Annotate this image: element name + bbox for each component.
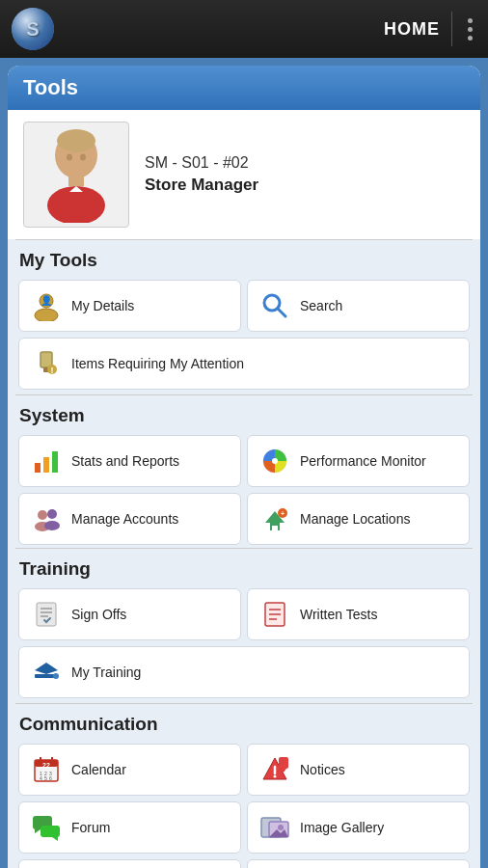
svg-point-6 (80, 154, 86, 161)
calendar-label: Calendar (71, 762, 126, 778)
my-training-button[interactable]: My Training (18, 646, 470, 698)
svg-text:6: 6 (49, 775, 52, 781)
training-header: Training (8, 549, 480, 585)
notices-label: Notices (300, 762, 345, 778)
my-training-label: My Training (71, 665, 141, 681)
app-logo[interactable]: S (12, 8, 54, 50)
training-icon (29, 655, 64, 690)
gallery-icon (258, 810, 292, 845)
svg-marker-59 (35, 829, 41, 833)
stats-reports-button[interactable]: Stats and Reports (18, 435, 241, 487)
system-grid: Stats and Reports Performance Monitor (8, 432, 480, 548)
svg-text:👤: 👤 (41, 294, 53, 307)
notices-icon (258, 752, 292, 787)
svg-text:+: + (281, 510, 285, 517)
system-header: System (8, 395, 480, 432)
signoffs-icon (29, 597, 64, 632)
my-details-label: My Details (71, 298, 134, 314)
menu-dot-3 (468, 36, 473, 41)
manage-locations-label: Manage Locations (300, 511, 410, 528)
svg-text:!: ! (51, 366, 54, 375)
performance-icon (258, 444, 292, 478)
locations-icon: + (258, 502, 292, 536)
svg-point-23 (47, 509, 57, 519)
svg-point-54 (274, 775, 277, 778)
top-divider (451, 12, 452, 46)
svg-rect-60 (41, 826, 60, 837)
notices-button[interactable]: Notices (247, 744, 470, 796)
svg-point-24 (44, 521, 60, 530)
stats-icon (29, 444, 64, 478)
svg-text:4: 4 (40, 775, 42, 781)
profile-info: SM - S01 - #02 Store Manager (145, 154, 258, 195)
search-label: Search (300, 298, 342, 314)
links-button[interactable]: Links (247, 859, 470, 868)
image-gallery-button[interactable]: Image Gallery (247, 801, 470, 854)
svg-rect-27 (272, 526, 278, 530)
menu-dot-2 (468, 27, 473, 32)
svg-rect-18 (52, 451, 58, 473)
svg-text:5: 5 (44, 775, 47, 781)
main-content: Tools SM - S01 - #02 Stor (8, 66, 480, 868)
items-attention-button[interactable]: ! Items Requiring My Attention (18, 338, 470, 390)
written-tests-button[interactable]: Written Tests (247, 588, 470, 640)
accounts-icon (29, 502, 64, 536)
tools-header: Tools (8, 66, 480, 110)
calendar-icon: 22 1 2 3 4 5 6 (29, 752, 64, 787)
svg-rect-17 (43, 457, 49, 473)
my-tools-grid: 👤 My Details Search (8, 277, 480, 335)
svg-marker-39 (35, 663, 58, 674)
profile-section: SM - S01 - #02 Store Manager (8, 110, 480, 239)
my-training-grid: My Training (8, 643, 480, 701)
manuals-files-button[interactable]: Manuals and Files (18, 859, 241, 868)
my-tools-header: My Tools (8, 240, 480, 277)
performance-monitor-button[interactable]: Performance Monitor (247, 435, 470, 487)
svg-text:22: 22 (42, 762, 50, 769)
calendar-button[interactable]: 22 1 2 3 4 5 6 Calendar (18, 744, 241, 796)
home-label[interactable]: HOME (384, 19, 440, 40)
forum-icon (29, 810, 64, 845)
communication-grid: 22 1 2 3 4 5 6 Calendar (8, 741, 480, 868)
communication-header: Communication (8, 704, 480, 741)
svg-point-40 (53, 673, 59, 679)
attention-grid: ! Items Requiring My Attention (8, 335, 480, 393)
tools-title: Tools (23, 75, 78, 99)
menu-dot-1 (468, 18, 473, 23)
svg-point-21 (38, 510, 47, 520)
sign-offs-label: Sign Offs (71, 607, 126, 623)
written-tests-label: Written Tests (300, 607, 377, 623)
performance-monitor-label: Performance Monitor (300, 453, 426, 470)
top-bar: S HOME (0, 0, 488, 58)
sign-offs-button[interactable]: Sign Offs (18, 588, 241, 640)
svg-point-20 (272, 458, 278, 464)
items-attention-label: Items Requiring My Attention (71, 356, 244, 372)
svg-rect-16 (35, 463, 41, 473)
profile-role: Store Manager (145, 176, 258, 195)
manage-accounts-button[interactable]: Manage Accounts (18, 493, 241, 545)
avatar-svg (33, 126, 120, 223)
my-details-button[interactable]: 👤 My Details (18, 280, 241, 332)
profile-avatar (23, 122, 129, 228)
svg-point-8 (35, 309, 58, 321)
menu-icon[interactable] (464, 14, 476, 44)
svg-point-1 (57, 129, 95, 152)
top-center: HOME (384, 12, 476, 46)
attention-icon: ! (29, 346, 64, 381)
svg-marker-61 (52, 837, 58, 841)
manage-locations-button[interactable]: + Manage Locations (247, 493, 470, 545)
svg-rect-2 (68, 175, 84, 186)
svg-line-11 (278, 309, 285, 316)
image-gallery-label: Image Gallery (300, 820, 384, 836)
manage-accounts-label: Manage Accounts (71, 511, 178, 528)
forum-button[interactable]: Forum (18, 801, 241, 854)
my-details-icon: 👤 (29, 288, 64, 323)
svg-point-64 (278, 825, 284, 830)
written-tests-icon (258, 597, 292, 632)
profile-code: SM - S01 - #02 (145, 154, 258, 172)
stats-reports-label: Stats and Reports (71, 453, 179, 470)
search-icon (258, 288, 292, 323)
svg-point-5 (67, 154, 72, 161)
forum-label: Forum (71, 820, 110, 836)
search-button[interactable]: Search (247, 280, 470, 332)
training-grid: Sign Offs Written Tests (8, 585, 480, 643)
